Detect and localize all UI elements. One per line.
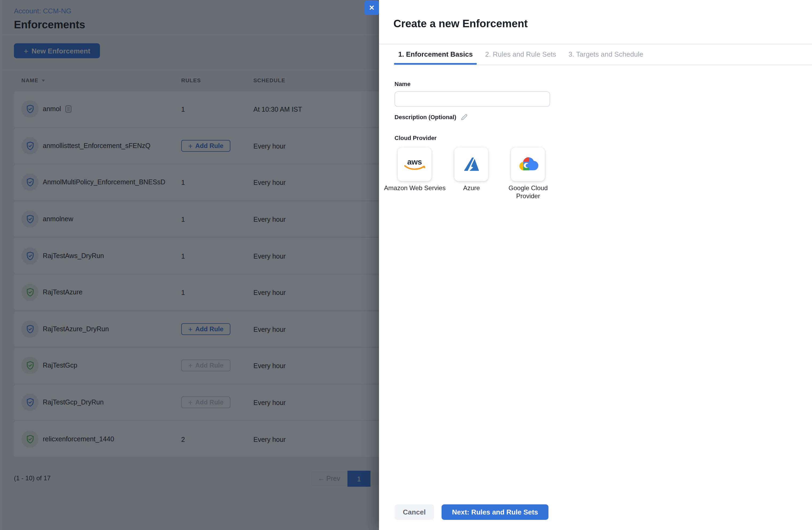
cloud-provider-label: Cloud Provider <box>394 135 437 141</box>
name-input[interactable] <box>394 91 550 107</box>
provider-label-aws: Amazon Web Servies <box>383 184 447 192</box>
cancel-button[interactable]: Cancel <box>394 504 434 520</box>
tab-enforcement-basics[interactable]: 1. Enforcement Basics <box>394 44 477 65</box>
provider-label-azure: Azure <box>439 184 504 192</box>
provider-card-aws[interactable]: aws <box>398 147 431 181</box>
screen: Account: CCM-NG Enforcements + New Enfor… <box>0 0 812 530</box>
description-label: Description (Optional) <box>394 114 456 120</box>
next-button[interactable]: Next: Rules and Rule Sets <box>441 504 549 520</box>
close-button[interactable]: ✕ <box>365 1 379 15</box>
drawer-title: Create a new Enforcement <box>393 18 527 30</box>
provider-card-gcp[interactable] <box>511 147 545 181</box>
edit-pencil-icon[interactable] <box>461 113 467 120</box>
provider-card-azure[interactable] <box>454 147 488 181</box>
create-enforcement-drawer: ✕ Create a new Enforcement 1. Enforcemen… <box>379 0 812 530</box>
provider-label-gcp: Google Cloud Provider <box>496 184 560 200</box>
aws-logo-icon: aws <box>404 158 425 171</box>
tab-rules-and-rule-sets[interactable]: 2. Rules and Rule Sets <box>481 44 561 65</box>
azure-logo-icon <box>462 156 480 172</box>
tab-targets-and-schedule[interactable]: 3. Targets and Schedule <box>564 44 648 65</box>
gcp-logo-icon <box>517 157 539 172</box>
name-label: Name <box>394 81 410 87</box>
wizard-tabs: 1. Enforcement Basics 2. Rules and Rule … <box>394 44 812 65</box>
